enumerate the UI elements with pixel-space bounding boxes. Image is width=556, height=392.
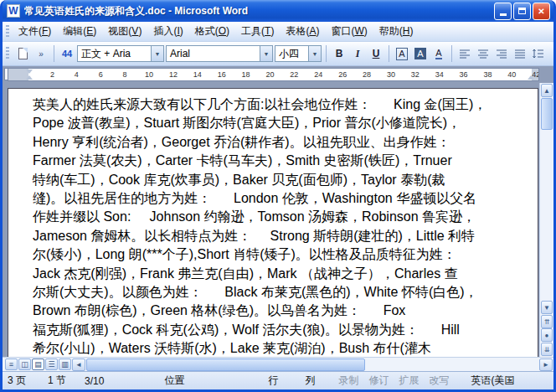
browse-next-button[interactable]: ⇊ (541, 343, 553, 356)
document-text-line[interactable]: Jack 杰克(刚强)，Frank 弗兰克(自由)，Mark （战神之子），Ch… (33, 265, 516, 283)
select-browse-object-button[interactable]: ● (541, 328, 553, 342)
horizontal-ruler[interactable]: 24681012141618202224262830323436384042 (8, 68, 539, 81)
character-shading-button[interactable]: A (412, 45, 429, 62)
menu-item[interactable]: 工具(T) (235, 21, 280, 42)
align-center-button[interactable] (475, 45, 492, 62)
document-text-line[interactable]: 缝)。以祖先居住的地方为姓： London 伦敦，Washington 华盛顿以… (33, 189, 516, 208)
document-text-line[interactable]: 福克斯(狐狸)，Cock 科克(公鸡)，Wolf 活尔夫(狼)。以景物为姓： H… (33, 321, 516, 339)
outline-view-icon: ☰ (48, 360, 54, 369)
menu-bar: 文件(F)编辑(E)视图(V)插入(I)格式(O)工具(T)表格(A)窗口(W)… (3, 22, 553, 42)
print-layout-view-button[interactable]: ▤ (32, 358, 44, 370)
align-left-button[interactable] (456, 45, 473, 62)
vertical-scroll-thumb[interactable] (541, 98, 553, 130)
ruler-number: 2 (40, 70, 64, 79)
first-line-indent-marker[interactable] (26, 70, 33, 74)
word-window: W 常见英语姓氏的来源和含义.doc - Microsoft Word ✕ 文件… (0, 0, 556, 392)
minimize-button[interactable] (494, 3, 512, 20)
font-dropdown-arrow-icon[interactable]: ▼ (260, 46, 272, 61)
distribute-button[interactable] (512, 45, 528, 62)
font-size-dropdown-arrow-icon[interactable]: ▼ (308, 46, 321, 61)
vertical-scrollbar[interactable]: ▲ ▼ ⇈ ● ⇊ (539, 83, 553, 357)
ruler-number: 34 (427, 70, 451, 79)
scroll-up-button[interactable]: ▲ (541, 84, 553, 97)
document-text-line[interactable]: 特纳(车工)，Cook 库克(炊事员)，Baker 贝克(面包师)，Taylor… (33, 171, 516, 189)
underline-button[interactable]: U (368, 45, 384, 62)
italic-button[interactable]: I (349, 45, 366, 62)
close-button[interactable]: ✕ (533, 3, 550, 20)
ruler-number: 20 (258, 70, 282, 79)
document-page[interactable]: 英美人的姓氏来源大致有以下几个方面:以社会地位作姓： King 金(国王)，Po… (8, 88, 538, 357)
status-position-label: 位置 (164, 374, 184, 388)
chevron-down-icon: » (39, 51, 44, 57)
restore-button[interactable] (513, 3, 531, 20)
normal-view-button[interactable]: ≡ (5, 358, 18, 370)
view-buttons: ≡ ◫ ▤ ☰ ▥ (3, 358, 71, 370)
styles-and-formatting-button[interactable]: 44 (59, 45, 75, 62)
status-mode-toggle[interactable]: 录制 (338, 374, 358, 388)
character-border-button[interactable]: A (394, 45, 410, 62)
double-up-arrow-icon: ⇈ (544, 318, 550, 326)
document-text-line[interactable]: Pope 波普(教皇)，Stuart 斯图尔特(宫庭大臣)，Prior 普尔(小… (33, 114, 516, 132)
arrow-up-icon: ▲ (543, 87, 550, 95)
status-language-indicator[interactable]: 英语(美国 (471, 374, 514, 388)
toolbar-grip[interactable] (6, 47, 9, 60)
font-combobox[interactable]: Arial ▼ (166, 45, 273, 62)
horizontal-scroll-thumb[interactable] (86, 358, 365, 371)
document-text-line[interactable]: 希尔(小山)，Waters 沃特斯(水)，Lake 莱克(湖泊)，Bush 布什… (33, 339, 516, 357)
menu-item[interactable]: 视图(V) (102, 21, 147, 42)
title-bar[interactable]: W 常见英语姓氏的来源和含义.doc - Microsoft Word ✕ (3, 0, 553, 22)
close-icon: ✕ (538, 7, 544, 16)
status-mode-toggle[interactable]: 扩展 (399, 374, 419, 388)
menu-item[interactable]: 表格(A) (280, 21, 325, 42)
style-value: 正文 + Aria (78, 47, 151, 61)
toolbar-separator (54, 45, 54, 62)
menu-item[interactable]: 文件(F) (13, 21, 57, 42)
toolbar-options-button[interactable]: » (33, 45, 49, 62)
font-size-combobox[interactable]: 小四 ▼ (275, 45, 322, 62)
scroll-down-button[interactable]: ▼ (541, 301, 553, 314)
line-spacing-button[interactable] (530, 45, 547, 62)
ruler-number: 12 (161, 70, 185, 79)
menu-item[interactable]: 插入(I) (147, 21, 188, 42)
new-document-button[interactable] (14, 45, 31, 62)
status-mode-toggle[interactable]: 改写 (429, 374, 449, 388)
document-text-line[interactable]: 尔(矮小)，Long 朗(***个子),Short 肖特(矮子)。以性格及品质特… (33, 245, 516, 264)
menu-item[interactable]: 编辑(E) (57, 21, 102, 42)
arrow-right-icon: ► (543, 361, 549, 369)
document-text-line[interactable]: Farmer 法莫(农夫)，Carter 卡特(马车夫)，Smith 史密斯(铁… (33, 152, 516, 170)
character-scaling-button[interactable]: A (430, 45, 447, 62)
web-layout-view-button[interactable]: ◫ (18, 358, 31, 370)
status-mode-toggle[interactable]: 修订 (368, 374, 389, 388)
document-text: 英美人的姓氏来源大致有以下几个方面:以社会地位作姓： King 金(国王)，Po… (33, 95, 516, 357)
style-dropdown-arrow-icon[interactable]: ▼ (151, 46, 163, 61)
browse-previous-button[interactable]: ⇈ (541, 315, 553, 328)
bold-button[interactable]: B (331, 45, 348, 62)
document-text-line[interactable]: Jameson 詹姆林。以长相特点为姓： Strong 斯特朗(建壮的)，Lit… (33, 227, 516, 245)
line-spacing-icon (533, 49, 544, 59)
document-text-line[interactable]: 作姓并缀以 Son: Johnson 约翰逊，Tomson 汤姆森，Robins… (33, 208, 516, 226)
font-size-value: 小四 (275, 47, 308, 61)
outline-view-button[interactable]: ☰ (45, 358, 58, 370)
document-text-line[interactable]: 英美人的姓氏来源大致有以下几个方面:以社会地位作姓： King 金(国王)， (33, 95, 516, 114)
document-text-line[interactable]: 尔斯(大丈夫)。以颜色为姓： Black 布莱克(黑色的)，White 怀特(白… (33, 283, 516, 302)
hanging-indent-marker[interactable] (26, 75, 33, 80)
scroll-right-button[interactable]: ► (539, 358, 553, 371)
menubar-grip[interactable] (6, 25, 9, 39)
distribute-icon (514, 49, 526, 59)
scroll-left-button[interactable]: ◄ (72, 358, 85, 371)
ruler-number: 40 (500, 70, 524, 79)
menu-item[interactable]: 帮助(H) (373, 21, 420, 42)
horizontal-scrollbar-row: ≡ ◫ ▤ ☰ ▥ ◄ ► (3, 357, 553, 371)
document-text-line[interactable]: Brown 布朗(棕色)，Green 格林(绿色)。以鸟兽名为姓： Fox (33, 302, 516, 320)
horizontal-scrollbar[interactable]: ◄ ► (72, 358, 553, 371)
document-text-line[interactable]: Henry 亨利(统治者)，Georget 乔治(耕作者)。以祖先职业、出身作姓… (33, 133, 516, 152)
menu-item[interactable]: 格式(O) (189, 21, 235, 42)
character-scaling-icon: A (435, 48, 441, 59)
new-document-icon (18, 48, 28, 59)
reading-view-button[interactable]: ▥ (59, 358, 71, 370)
status-page-of-total: 3/10 (85, 375, 104, 387)
style-combobox[interactable]: 正文 + Aria ▼ (77, 45, 164, 62)
right-indent-marker[interactable] (528, 75, 534, 80)
align-right-button[interactable] (493, 45, 510, 62)
menu-item[interactable]: 窗口(W) (325, 21, 373, 42)
